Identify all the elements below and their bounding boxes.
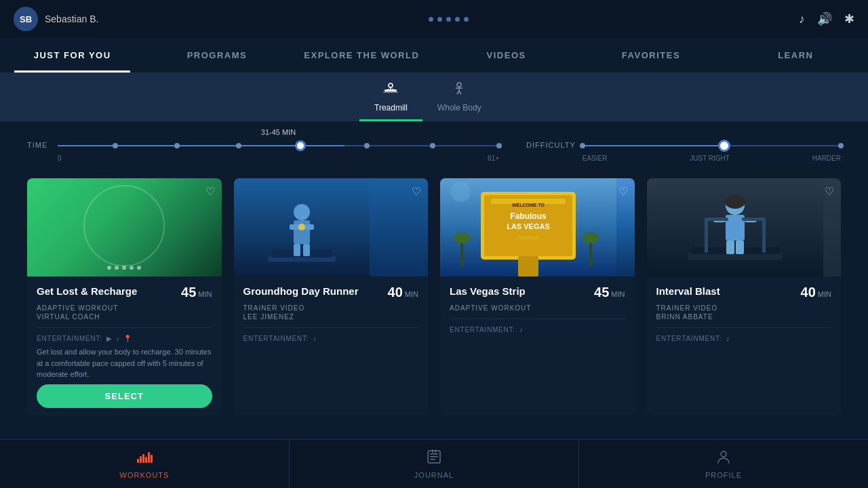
filter-treadmill-label: Treadmill <box>374 103 408 113</box>
svg-line-10 <box>459 91 461 94</box>
card-3-type: ADAPTIVE WORKOUT <box>450 304 625 312</box>
time-slider-track[interactable] <box>58 139 499 152</box>
card-1-body: Get Lost & Recharge 45 MIN ADAPTIVE WORK… <box>27 277 222 416</box>
card-1-subtype: VIRTUAL COACH <box>37 313 212 321</box>
svg-rect-47 <box>762 219 766 253</box>
favorite-icon-4[interactable]: ♡ <box>825 185 834 198</box>
time-dot-2 <box>174 143 180 148</box>
time-dot-5 <box>364 143 370 148</box>
card-1-duration: 45 MIN <box>181 285 212 300</box>
card-2-body: Groundhog Day Runner 40 MIN TRAINER VIDE… <box>234 277 429 416</box>
card-3-svg: WELCOME TO Fabulous LAS VEGAS NEVADA <box>440 178 616 277</box>
svg-rect-18 <box>294 244 300 256</box>
nav-item-videos[interactable]: VIDEOS <box>434 38 578 73</box>
card-4-image: ♡ <box>647 178 842 277</box>
header-icons: ♪ 🔊 ✱ <box>799 12 854 26</box>
card-1-divider <box>37 327 212 328</box>
cards-container: ♡ Get Lost & Recharge 45 MIN ADAPTIVE WO… <box>0 167 868 427</box>
time-dot-3 <box>236 143 241 148</box>
card-2-title: Groundhog Day Runner <box>243 285 359 298</box>
easier-label: EASIER <box>583 155 608 162</box>
time-dot-7 <box>496 143 502 148</box>
card-1-type: ADAPTIVE WORKOUT <box>37 304 212 312</box>
svg-rect-49 <box>742 218 766 221</box>
bottom-nav-journal[interactable]: JOURNAL <box>290 440 579 488</box>
card-2-divider <box>243 327 419 328</box>
time-value: 31-45 MIN <box>58 128 499 136</box>
time-dot-active[interactable] <box>295 140 306 151</box>
music-icon-3: ♪ <box>519 326 524 333</box>
dot-3 <box>446 17 451 22</box>
header-left: SB Sebastian B. <box>14 7 98 31</box>
dot-1 <box>429 17 433 22</box>
card-las-vegas: WELCOME TO Fabulous LAS VEGAS NEVADA ♡ L… <box>440 178 635 416</box>
profile-icon <box>716 449 731 468</box>
svg-point-22 <box>450 182 471 202</box>
filter-treadmill[interactable]: Treadmill <box>359 73 422 121</box>
card-4-trainer: BRINN ABBATE <box>656 313 832 321</box>
nav-item-explore[interactable]: EXPLORE THE WORLD <box>290 38 434 73</box>
favorite-icon-1[interactable]: ♡ <box>205 185 215 198</box>
svg-text:Fabulous: Fabulous <box>510 211 547 221</box>
bluetooth-icon[interactable]: ✱ <box>844 12 854 26</box>
svg-rect-19 <box>303 244 310 256</box>
nav-item-just-for-you[interactable]: JUST FOR YOU <box>0 38 144 73</box>
time-label: TIME <box>27 141 51 149</box>
favorite-icon-3[interactable]: ♡ <box>618 185 628 198</box>
card-2-trainer: LEE JIMENEZ <box>243 313 419 321</box>
svg-point-32 <box>454 232 470 243</box>
svg-point-34 <box>583 232 599 243</box>
music-icon[interactable]: ♪ <box>799 12 805 26</box>
card-groundhog: ♡ Groundhog Day Runner 40 MIN TRAINER VI… <box>234 178 429 416</box>
svg-rect-50 <box>137 459 139 463</box>
circle-decoration <box>83 185 165 266</box>
avatar: SB <box>14 7 38 31</box>
music-icon: ♪ <box>116 335 120 342</box>
journal-label: JOURNAL <box>414 471 454 479</box>
svg-rect-30 <box>518 256 538 277</box>
difficulty-slider-track[interactable] <box>583 139 841 152</box>
card-1-title: Get Lost & Recharge <box>37 285 137 298</box>
filter-whole-body-label: Whole Body <box>437 103 481 113</box>
svg-point-62 <box>721 451 726 457</box>
card-dots <box>107 266 141 270</box>
svg-rect-60 <box>432 449 433 453</box>
header: SB Sebastian B. ♪ 🔊 ✱ <box>0 0 868 38</box>
card-1-image: ♡ <box>27 178 222 277</box>
bottom-nav-workouts[interactable]: WORKOUTS <box>0 440 290 488</box>
harder-label: HARDER <box>812 155 841 162</box>
card-2-svg <box>234 178 370 277</box>
difficulty-label: DIFFICULTY <box>526 141 576 149</box>
workouts-icon <box>136 449 153 468</box>
nav-item-favorites[interactable]: FAVORITES <box>578 38 723 73</box>
profile-label: PROFILE <box>705 471 742 479</box>
sliders: TIME 31-45 MIN 0 61+ <box>0 121 868 167</box>
main-nav: JUST FOR YOU PROGRAMS EXPLORE THE WORLD … <box>0 38 868 73</box>
card-4-duration: 40 MIN <box>801 285 831 300</box>
sub-filter: Treadmill Whole Body <box>0 73 868 121</box>
time-min-label: 0 <box>58 155 62 162</box>
ent-icons-1: ▶ ♪ 📍 <box>106 335 132 342</box>
bottom-nav-profile[interactable]: PROFILE <box>579 440 868 488</box>
card-3-body: Las Vegas Strip 45 MIN ADAPTIVE WORKOUT … <box>440 277 635 416</box>
svg-point-40 <box>725 195 745 209</box>
svg-text:LAS VEGAS: LAS VEGAS <box>507 222 550 230</box>
time-dot-6 <box>430 143 435 148</box>
favorite-icon-2[interactable]: ♡ <box>412 185 421 198</box>
bottom-nav: WORKOUTS JOURNAL PROFILE <box>0 439 868 488</box>
nav-item-programs[interactable]: PROGRAMS <box>144 38 289 73</box>
volume-icon[interactable]: 🔊 <box>817 12 832 26</box>
svg-rect-52 <box>142 454 144 463</box>
svg-rect-5 <box>383 92 398 93</box>
just-right-label: JUST RIGHT <box>690 155 730 162</box>
difficulty-dot-active[interactable] <box>718 140 730 152</box>
workouts-label: WORKOUTS <box>120 471 170 479</box>
filter-whole-body[interactable]: Whole Body <box>422 73 496 121</box>
svg-rect-54 <box>148 452 150 463</box>
card-4-title: Interval Blast <box>656 285 720 298</box>
card-1-entertainment: ENTERTAINMENT: ▶ ♪ 📍 <box>37 335 212 342</box>
nav-item-learn[interactable]: LEARN <box>724 38 868 73</box>
card-4-body: Interval Blast 40 MIN TRAINER VIDEO BRIN… <box>647 277 842 416</box>
select-button-1[interactable]: SELECT <box>37 384 212 408</box>
time-max-label: 61+ <box>488 155 499 162</box>
